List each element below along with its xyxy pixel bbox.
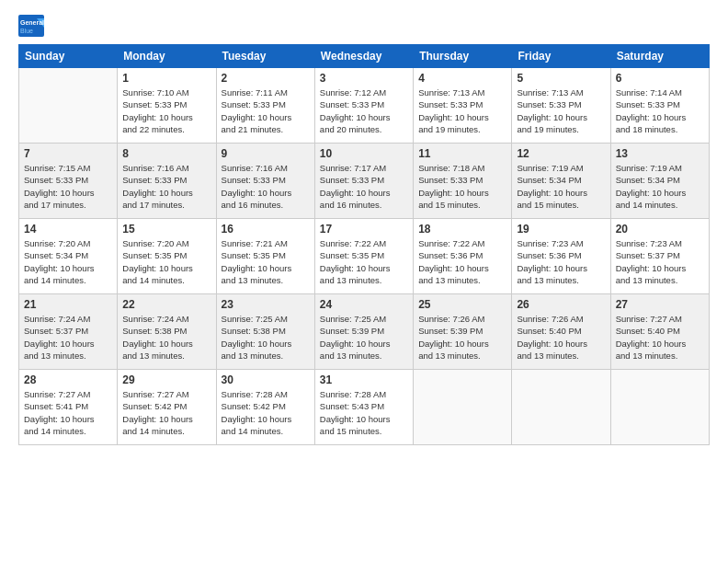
day-info: Sunrise: 7:27 AM Sunset: 5:41 PM Dayligh… (24, 388, 112, 437)
day-number: 25 (418, 298, 506, 311)
weekday-sunday: Sunday (19, 45, 118, 68)
day-number: 4 (418, 72, 506, 85)
calendar-cell: 1Sunrise: 7:10 AM Sunset: 5:33 PM Daylig… (118, 68, 216, 144)
day-info: Sunrise: 7:18 AM Sunset: 5:33 PM Dayligh… (418, 162, 506, 211)
day-number: 24 (320, 298, 408, 311)
calendar-cell: 29Sunrise: 7:27 AM Sunset: 5:42 PM Dayli… (118, 370, 216, 445)
day-info: Sunrise: 7:16 AM Sunset: 5:33 PM Dayligh… (222, 162, 310, 211)
calendar-cell: 9Sunrise: 7:16 AM Sunset: 5:33 PM Daylig… (216, 144, 314, 219)
day-number: 22 (122, 298, 210, 311)
weekday-friday: Friday (512, 45, 610, 68)
calendar-cell: 26Sunrise: 7:26 AM Sunset: 5:40 PM Dayli… (512, 294, 610, 370)
day-info: Sunrise: 7:26 AM Sunset: 5:40 PM Dayligh… (517, 313, 605, 362)
day-number: 28 (24, 373, 112, 386)
day-info: Sunrise: 7:11 AM Sunset: 5:33 PM Dayligh… (222, 86, 310, 135)
calendar-cell: 7Sunrise: 7:15 AM Sunset: 5:33 PM Daylig… (19, 144, 118, 219)
calendar-cell: 14Sunrise: 7:20 AM Sunset: 5:34 PM Dayli… (19, 219, 118, 294)
day-number: 29 (122, 373, 210, 386)
calendar-cell: 2Sunrise: 7:11 AM Sunset: 5:33 PM Daylig… (216, 68, 314, 144)
day-info: Sunrise: 7:23 AM Sunset: 5:37 PM Dayligh… (616, 237, 704, 286)
day-number: 26 (517, 298, 605, 311)
calendar-cell: 11Sunrise: 7:18 AM Sunset: 5:33 PM Dayli… (414, 144, 512, 219)
calendar-cell (512, 370, 610, 445)
day-info: Sunrise: 7:26 AM Sunset: 5:39 PM Dayligh… (418, 313, 506, 362)
day-info: Sunrise: 7:27 AM Sunset: 5:40 PM Dayligh… (616, 313, 704, 362)
day-number: 1 (122, 72, 210, 85)
day-number: 27 (616, 298, 704, 311)
day-number: 8 (122, 147, 210, 160)
day-info: Sunrise: 7:28 AM Sunset: 5:43 PM Dayligh… (320, 388, 408, 437)
day-info: Sunrise: 7:24 AM Sunset: 5:37 PM Dayligh… (24, 313, 112, 362)
day-number: 12 (517, 147, 605, 160)
weekday-thursday: Thursday (414, 45, 512, 68)
calendar-cell: 16Sunrise: 7:21 AM Sunset: 5:35 PM Dayli… (216, 219, 314, 294)
day-info: Sunrise: 7:10 AM Sunset: 5:33 PM Dayligh… (122, 86, 210, 135)
day-number: 21 (24, 298, 112, 311)
calendar-cell: 8Sunrise: 7:16 AM Sunset: 5:33 PM Daylig… (118, 144, 216, 219)
calendar-cell (414, 370, 512, 445)
weekday-tuesday: Tuesday (216, 45, 314, 68)
day-info: Sunrise: 7:20 AM Sunset: 5:35 PM Dayligh… (122, 237, 210, 286)
weekday-header-row: SundayMondayTuesdayWednesdayThursdayFrid… (19, 45, 710, 68)
calendar-cell: 30Sunrise: 7:28 AM Sunset: 5:42 PM Dayli… (216, 370, 314, 445)
day-info: Sunrise: 7:12 AM Sunset: 5:33 PM Dayligh… (320, 86, 408, 135)
calendar-week-row: 14Sunrise: 7:20 AM Sunset: 5:34 PM Dayli… (19, 219, 710, 294)
day-info: Sunrise: 7:19 AM Sunset: 5:34 PM Dayligh… (616, 162, 704, 211)
calendar-cell: 25Sunrise: 7:26 AM Sunset: 5:39 PM Dayli… (414, 294, 512, 370)
calendar-cell: 4Sunrise: 7:13 AM Sunset: 5:33 PM Daylig… (414, 68, 512, 144)
calendar-week-row: 7Sunrise: 7:15 AM Sunset: 5:33 PM Daylig… (19, 144, 710, 219)
page: General Blue SundayMondayTuesdayWednesda… (0, 0, 728, 563)
day-info: Sunrise: 7:28 AM Sunset: 5:42 PM Dayligh… (222, 388, 310, 437)
day-number: 5 (517, 72, 605, 85)
calendar-cell (19, 68, 118, 144)
calendar-week-row: 1Sunrise: 7:10 AM Sunset: 5:33 PM Daylig… (19, 68, 710, 144)
day-number: 23 (222, 298, 310, 311)
day-number: 19 (517, 223, 605, 236)
day-info: Sunrise: 7:21 AM Sunset: 5:35 PM Dayligh… (222, 237, 310, 286)
calendar-cell: 12Sunrise: 7:19 AM Sunset: 5:34 PM Dayli… (512, 144, 610, 219)
day-info: Sunrise: 7:17 AM Sunset: 5:33 PM Dayligh… (320, 162, 408, 211)
calendar-cell: 21Sunrise: 7:24 AM Sunset: 5:37 PM Dayli… (19, 294, 118, 370)
day-info: Sunrise: 7:23 AM Sunset: 5:36 PM Dayligh… (517, 237, 605, 286)
day-number: 6 (616, 72, 704, 85)
day-info: Sunrise: 7:25 AM Sunset: 5:38 PM Dayligh… (222, 313, 310, 362)
calendar-week-row: 21Sunrise: 7:24 AM Sunset: 5:37 PM Dayli… (19, 294, 710, 370)
day-number: 10 (320, 147, 408, 160)
weekday-monday: Monday (118, 45, 216, 68)
day-number: 13 (616, 147, 704, 160)
day-number: 16 (222, 223, 310, 236)
day-info: Sunrise: 7:27 AM Sunset: 5:42 PM Dayligh… (122, 388, 210, 437)
logo-icon: General Blue (18, 15, 46, 37)
day-info: Sunrise: 7:24 AM Sunset: 5:38 PM Dayligh… (122, 313, 210, 362)
calendar: SundayMondayTuesdayWednesdayThursdayFrid… (18, 44, 710, 445)
header: General Blue (18, 15, 710, 37)
day-info: Sunrise: 7:22 AM Sunset: 5:35 PM Dayligh… (320, 237, 408, 286)
day-number: 17 (320, 223, 408, 236)
calendar-cell: 5Sunrise: 7:13 AM Sunset: 5:33 PM Daylig… (512, 68, 610, 144)
logo: General Blue (18, 15, 46, 37)
calendar-cell: 18Sunrise: 7:22 AM Sunset: 5:36 PM Dayli… (414, 219, 512, 294)
day-info: Sunrise: 7:14 AM Sunset: 5:33 PM Dayligh… (616, 86, 704, 135)
day-number: 18 (418, 223, 506, 236)
calendar-cell: 6Sunrise: 7:14 AM Sunset: 5:33 PM Daylig… (610, 68, 709, 144)
day-info: Sunrise: 7:16 AM Sunset: 5:33 PM Dayligh… (122, 162, 210, 211)
day-number: 3 (320, 72, 408, 85)
day-number: 11 (418, 147, 506, 160)
calendar-cell: 31Sunrise: 7:28 AM Sunset: 5:43 PM Dayli… (314, 370, 413, 445)
day-info: Sunrise: 7:20 AM Sunset: 5:34 PM Dayligh… (24, 237, 112, 286)
calendar-cell: 3Sunrise: 7:12 AM Sunset: 5:33 PM Daylig… (314, 68, 413, 144)
day-number: 20 (616, 223, 704, 236)
calendar-cell: 10Sunrise: 7:17 AM Sunset: 5:33 PM Dayli… (314, 144, 413, 219)
day-number: 7 (24, 147, 112, 160)
day-info: Sunrise: 7:15 AM Sunset: 5:33 PM Dayligh… (24, 162, 112, 211)
calendar-cell: 13Sunrise: 7:19 AM Sunset: 5:34 PM Dayli… (610, 144, 709, 219)
day-number: 14 (24, 223, 112, 236)
day-number: 9 (222, 147, 310, 160)
day-number: 15 (122, 223, 210, 236)
svg-text:Blue: Blue (20, 28, 33, 34)
day-number: 30 (222, 373, 310, 386)
weekday-wednesday: Wednesday (314, 45, 413, 68)
day-info: Sunrise: 7:13 AM Sunset: 5:33 PM Dayligh… (517, 86, 605, 135)
calendar-cell: 27Sunrise: 7:27 AM Sunset: 5:40 PM Dayli… (610, 294, 709, 370)
calendar-cell: 23Sunrise: 7:25 AM Sunset: 5:38 PM Dayli… (216, 294, 314, 370)
